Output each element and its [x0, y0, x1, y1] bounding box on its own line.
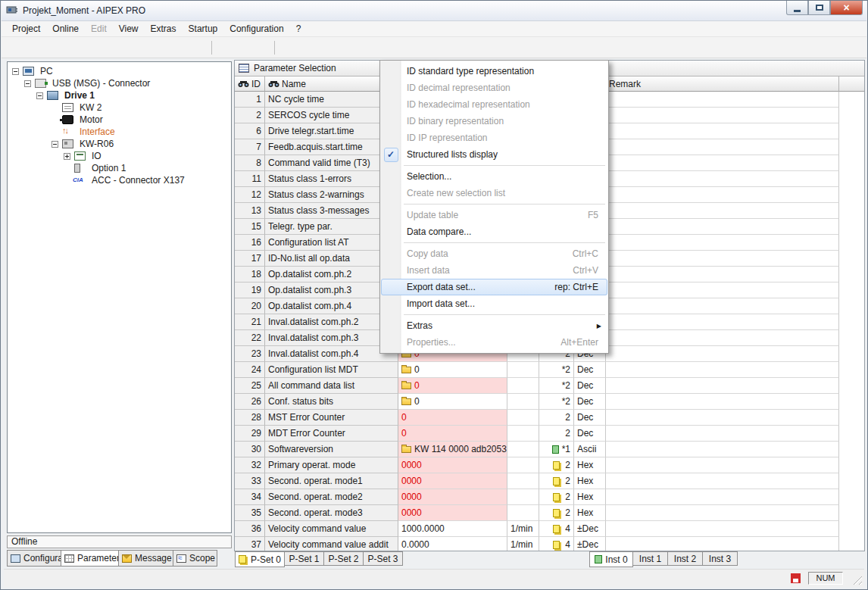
menubar-item[interactable]: Edit — [85, 22, 113, 36]
pset-tab[interactable]: P-Set 3 — [364, 551, 403, 566]
inst-tab[interactable]: Inst 0 — [589, 551, 633, 567]
table-row[interactable]: 24 Configuration list MDT 0 *2 Dec — [235, 362, 864, 378]
context-menu-item[interactable]: Copy data Ctrl+C — [381, 245, 607, 262]
tree-node[interactable]: IO — [8, 150, 231, 162]
table-row[interactable]: 26 Conf. status bits 0 *2 Dec — [235, 394, 864, 410]
pset-tab[interactable]: P-Set 0 — [235, 551, 285, 567]
view-tab[interactable]: Message — [119, 550, 173, 567]
[object Object][interactable] — [235, 39, 251, 56]
tree-node[interactable]: Motor — [8, 114, 231, 126]
inst-tab[interactable]: Inst 3 — [703, 551, 738, 566]
table-row[interactable]: 29 MDT Error Counter 0 2 Dec — [235, 426, 864, 442]
tree-expander-icon[interactable] — [24, 80, 31, 87]
tree-node[interactable]: Interface — [8, 126, 231, 138]
cell-value[interactable]: 0000 — [398, 473, 507, 489]
context-menu-item[interactable]: Properties... Alt+Enter — [381, 334, 607, 351]
context-menu-item[interactable]: ID hexadecimal representation — [381, 96, 607, 113]
menubar-item[interactable]: Online — [46, 22, 85, 36]
table-row[interactable]: 25 All command data list 0 *2 Dec — [235, 378, 864, 394]
tree-node[interactable]: ACC - Connector X137 — [8, 174, 231, 186]
context-menu-item[interactable]: ID decimal representation — [381, 80, 607, 96]
tree-expander-icon[interactable] — [52, 141, 58, 148]
context-menu-item[interactable]: Structured lists display — [381, 146, 607, 163]
[object Object][interactable] — [316, 39, 333, 56]
cell-value[interactable]: 0 — [398, 426, 507, 442]
inst-tab[interactable]: Inst 1 — [633, 551, 668, 566]
[object Object][interactable] — [154, 39, 170, 56]
context-menu-item[interactable]: Data compare... — [381, 223, 607, 240]
table-row[interactable]: 34 Second. operat. mode2 0000 2 Hex — [235, 489, 864, 505]
[object Object][interactable] — [27, 39, 43, 56]
menubar-item[interactable]: ? — [290, 22, 308, 36]
tree-expander-icon[interactable] — [64, 153, 70, 160]
pset-tab[interactable]: P-Set 2 — [324, 551, 364, 566]
[object Object][interactable] — [190, 39, 207, 56]
cell-value[interactable]: 0000 — [398, 457, 507, 473]
context-menu-item[interactable] — [381, 201, 607, 207]
tree-node[interactable]: PC — [8, 65, 231, 77]
menubar-item[interactable]: Configuration — [223, 22, 289, 36]
context-menu-item[interactable]: Extras — [381, 317, 607, 334]
menubar-item[interactable]: Extras — [145, 22, 183, 36]
context-menu-item[interactable]: Import data set... — [381, 295, 607, 312]
context-menu-item[interactable] — [381, 240, 607, 245]
context-menu-item[interactable]: Selection... — [381, 168, 607, 185]
context-menu-item[interactable]: ID binary representation — [381, 113, 607, 130]
context-menu-item[interactable]: Create new selection list — [381, 185, 607, 201]
table-row[interactable]: 30 Softwareversion KW 114 0000 adb2053 *… — [235, 442, 864, 457]
cell-value[interactable]: 0 — [398, 362, 507, 378]
view-tab[interactable]: Parameter — [61, 550, 119, 567]
table-row[interactable]: 33 Second. operat. mode1 0000 2 Hex — [235, 473, 864, 489]
inst-tab[interactable]: Inst 2 — [668, 551, 703, 566]
table-row[interactable]: 32 Primary operat. mode 0000 2 Hex — [235, 457, 864, 473]
[object Object][interactable] — [63, 39, 80, 56]
minimize-button[interactable] — [786, 1, 808, 15]
[object Object][interactable] — [253, 39, 270, 56]
cell-value[interactable]: 0000 — [398, 505, 507, 521]
view-tab[interactable]: Configuration — [7, 550, 61, 567]
tree-node[interactable]: Option 1 — [8, 162, 231, 174]
menubar-item[interactable]: Project — [6, 22, 46, 36]
cell-value[interactable]: 0.0000 — [398, 537, 507, 551]
maximize-button[interactable] — [808, 1, 830, 15]
tree-expander-icon[interactable] — [36, 92, 43, 99]
[object Object][interactable] — [117, 39, 134, 56]
tree-expander-icon[interactable] — [12, 68, 19, 75]
[object Object][interactable] — [279, 39, 296, 56]
table-row[interactable]: 36 Velocity command value 1000.0000 1/mi… — [235, 521, 864, 537]
resize-grip[interactable] — [851, 573, 862, 585]
table-row[interactable]: 37 Velocity command value addit 0.0000 1… — [235, 537, 864, 551]
view-tab[interactable]: Scope — [173, 550, 217, 567]
cell-value[interactable]: 1000.0000 — [398, 521, 507, 537]
[object Object][interactable] — [298, 39, 314, 56]
table-row[interactable]: 28 MST Error Counter 0 2 Dec — [235, 410, 864, 426]
context-menu-item[interactable] — [381, 312, 607, 317]
tree-node[interactable]: USB (MSG) - Connector — [8, 77, 231, 89]
[object Object][interactable] — [172, 39, 189, 56]
close-button[interactable]: × — [830, 1, 863, 15]
cell-value[interactable]: KW 114 0000 adb2053 — [398, 442, 507, 457]
pset-tab[interactable]: P-Set 1 — [285, 551, 324, 566]
[object Object][interactable] — [99, 39, 116, 56]
menubar-item[interactable]: Startup — [183, 22, 224, 36]
tree-node[interactable]: Drive 1 — [8, 89, 231, 101]
tree-node[interactable]: KW-R06 — [8, 138, 231, 150]
column-header-name[interactable]: Name — [265, 76, 398, 92]
context-menu-item[interactable]: ID IP representation — [381, 130, 607, 146]
cell-value[interactable]: 0 — [398, 394, 507, 410]
table-row[interactable]: 35 Second. operat. mode3 0000 2 Hex — [235, 505, 864, 521]
[object Object][interactable] — [136, 39, 152, 56]
[object Object][interactable] — [45, 39, 61, 56]
cell-value[interactable]: 0 — [398, 378, 507, 394]
context-menu-item[interactable]: Export data set... rep: Ctrl+E — [381, 279, 607, 295]
column-header-id[interactable]: ID — [235, 76, 265, 92]
[object Object][interactable] — [81, 39, 98, 56]
context-menu-item[interactable]: Update table F5 — [381, 207, 607, 223]
context-menu-item[interactable]: ID standard type representation — [381, 63, 607, 80]
context-menu-item[interactable] — [381, 163, 607, 168]
column-header-remark[interactable]: Remark — [606, 76, 839, 92]
[object Object][interactable] — [217, 39, 233, 56]
title-bar[interactable]: Projekt_Moment - AIPEX PRO — [2, 1, 866, 21]
tree-node[interactable]: KW 2 — [8, 101, 231, 114]
cell-value[interactable]: 0 — [398, 410, 507, 426]
